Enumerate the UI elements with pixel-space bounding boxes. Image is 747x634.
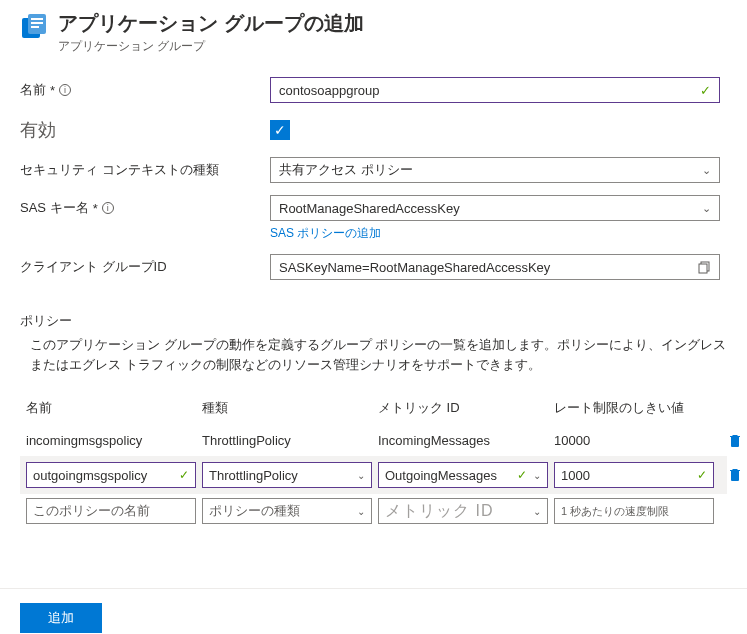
policy-type-select[interactable]: ポリシーの種類 ⌄ <box>202 498 372 524</box>
chevron-down-icon: ⌄ <box>533 470 541 481</box>
col-threshold: レート制限のしきい値 <box>554 399 714 417</box>
policy-metric-select[interactable]: OutgoingMessages ✓⌄ <box>378 462 548 488</box>
name-input[interactable]: contosoappgroup ✓ <box>270 77 720 103</box>
table-row-editing: outgoingmsgspolicy ✓ ThrottlingPolicy ⌄ … <box>20 456 727 494</box>
policy-type-select[interactable]: ThrottlingPolicy ⌄ <box>202 462 372 488</box>
col-type: 種類 <box>202 399 372 417</box>
field-client-group-row: クライアント グループID SASKeyName=RootManageShare… <box>20 252 727 282</box>
field-security-context-row: セキュリティ コンテキストの種類 共有アクセス ポリシー ⌄ <box>20 155 727 185</box>
info-icon[interactable]: i <box>59 84 71 96</box>
add-sas-policy-link[interactable]: SAS ポリシーの追加 <box>270 225 720 242</box>
field-enabled-row: 有効 ✓ <box>20 115 727 145</box>
chevron-down-icon: ⌄ <box>533 506 541 517</box>
policy-threshold-input[interactable]: 1000 ✓ <box>554 462 714 488</box>
svg-rect-2 <box>31 18 43 20</box>
check-icon: ✓ <box>179 468 189 482</box>
policy-table: 名前 種類 メトリック ID レート制限のしきい値 incomingmsgspo… <box>20 389 727 528</box>
page-header: アプリケーション グループの追加 アプリケーション グループ <box>0 10 747 65</box>
svg-rect-4 <box>31 26 39 28</box>
sas-key-select[interactable]: RootManageSharedAccessKey ⌄ <box>270 195 720 221</box>
info-icon[interactable]: i <box>102 202 114 214</box>
sas-key-label: SAS キー名 * i <box>20 195 270 217</box>
cell-metric: IncomingMessages <box>378 433 548 448</box>
policy-section-heading: ポリシー <box>20 312 727 330</box>
policy-name-input[interactable]: このポリシーの名前 <box>26 498 196 524</box>
check-icon: ✓ <box>517 468 527 482</box>
policy-name-input[interactable]: outgoingmsgspolicy ✓ <box>26 462 196 488</box>
check-icon: ✓ <box>697 468 707 482</box>
policy-threshold-input[interactable]: 1 秒あたりの速度制限 <box>554 498 714 524</box>
client-group-id-field: SASKeyName=RootManageSharedAccessKey <box>270 254 720 280</box>
field-name-row: 名前 * i contosoappgroup ✓ <box>20 75 727 105</box>
chevron-down-icon: ⌄ <box>357 470 365 481</box>
chevron-down-icon: ⌄ <box>357 506 365 517</box>
security-context-label: セキュリティ コンテキストの種類 <box>20 161 270 179</box>
copy-icon[interactable] <box>698 261 711 274</box>
cell-name: incomingmsgspolicy <box>26 433 196 448</box>
security-context-select[interactable]: 共有アクセス ポリシー ⌄ <box>270 157 720 183</box>
table-row-new: このポリシーの名前 ポリシーの種類 ⌄ メトリック ID ⌄ 1 秒あたりの速度… <box>20 494 727 528</box>
check-icon: ✓ <box>700 83 711 98</box>
chevron-down-icon: ⌄ <box>702 164 711 177</box>
client-group-label: クライアント グループID <box>20 258 270 276</box>
app-group-icon <box>20 12 48 40</box>
enabled-label: 有効 <box>20 118 270 142</box>
svg-rect-3 <box>31 22 43 24</box>
page-subtitle: アプリケーション グループ <box>58 38 364 55</box>
col-name: 名前 <box>26 399 196 417</box>
footer: 追加 <box>0 588 747 634</box>
svg-rect-6 <box>699 264 707 273</box>
name-label: 名前 * i <box>20 81 270 99</box>
policy-table-header: 名前 種類 メトリック ID レート制限のしきい値 <box>20 389 727 425</box>
enabled-checkbox[interactable]: ✓ <box>270 120 290 140</box>
cell-type: ThrottlingPolicy <box>202 433 372 448</box>
add-button[interactable]: 追加 <box>20 603 102 633</box>
field-sas-key-row: SAS キー名 * i RootManageSharedAccessKey ⌄ … <box>20 195 727 242</box>
delete-icon[interactable] <box>720 434 747 448</box>
delete-icon[interactable] <box>720 468 747 482</box>
policy-metric-select[interactable]: メトリック ID ⌄ <box>378 498 548 524</box>
policy-section-description: このアプリケーション グループの動作を定義するグループ ポリシーの一覧を追加しま… <box>30 335 727 374</box>
page-title: アプリケーション グループの追加 <box>58 10 364 37</box>
table-row: incomingmsgspolicy ThrottlingPolicy Inco… <box>20 425 727 456</box>
chevron-down-icon: ⌄ <box>702 202 711 215</box>
cell-threshold: 10000 <box>554 433 714 448</box>
col-metric: メトリック ID <box>378 399 548 417</box>
